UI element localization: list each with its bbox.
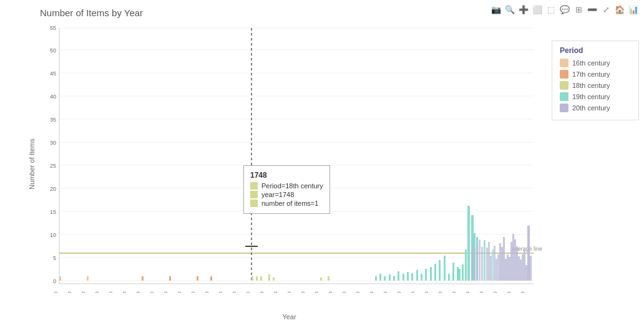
select-icon[interactable]: ⬜	[532, 4, 543, 15]
legend-swatch-19c	[560, 92, 568, 101]
svg-rect-111	[499, 243, 501, 281]
legend-item-19c: 19th century	[560, 92, 631, 101]
svg-rect-131	[210, 276, 212, 281]
svg-rect-99	[474, 249, 476, 281]
camera-icon[interactable]: 📷	[490, 4, 502, 15]
svg-rect-67	[260, 276, 262, 281]
resize-icon[interactable]: ⤢	[600, 4, 612, 15]
legend-item-17c: 17th century	[560, 70, 631, 79]
svg-text:1650: 1650	[122, 292, 127, 293]
svg-rect-89	[452, 263, 454, 281]
svg-rect-70	[320, 277, 322, 281]
svg-rect-117	[510, 242, 512, 281]
svg-rect-113	[503, 237, 505, 281]
svg-rect-75	[389, 274, 391, 281]
svg-rect-87	[444, 256, 446, 281]
svg-text:50: 50	[50, 47, 56, 54]
svg-rect-123	[522, 254, 524, 281]
svg-rect-114	[505, 259, 507, 281]
home-icon[interactable]: 🏠	[614, 4, 625, 15]
svg-text:1910: 1910	[479, 292, 484, 293]
svg-text:1740: 1740	[245, 292, 251, 293]
svg-rect-71	[328, 276, 329, 281]
svg-rect-122	[520, 259, 522, 281]
svg-rect-133	[87, 276, 89, 281]
svg-rect-90	[457, 267, 459, 281]
svg-rect-126	[527, 226, 530, 281]
svg-text:1900: 1900	[465, 292, 471, 293]
svg-rect-65	[251, 276, 253, 281]
add-rect-icon[interactable]: ⊞	[573, 4, 584, 15]
svg-text:1780: 1780	[300, 292, 306, 293]
svg-rect-127	[530, 256, 532, 281]
svg-rect-116	[509, 257, 510, 281]
svg-text:55: 55	[50, 25, 56, 31]
svg-text:1890: 1890	[451, 292, 457, 293]
svg-rect-81	[416, 270, 418, 281]
lasso-icon[interactable]: ⬚	[545, 4, 557, 15]
svg-rect-119	[514, 239, 516, 281]
svg-rect-121	[518, 256, 520, 281]
svg-rect-104	[486, 248, 488, 281]
toolbar: 📷 🔍 ➕ ⬜ ⬚ 💬 ⊞ ➖ ⤢ 🏠 📊	[490, 4, 639, 15]
svg-rect-112	[501, 247, 503, 281]
svg-rect-72	[375, 276, 377, 281]
svg-text:1660: 1660	[135, 292, 141, 293]
svg-text:1640: 1640	[108, 292, 114, 293]
svg-text:1750: 1750	[259, 292, 265, 293]
svg-text:1940: 1940	[520, 292, 525, 293]
svg-rect-76	[393, 276, 395, 281]
svg-text:1860: 1860	[410, 292, 416, 293]
svg-rect-118	[512, 234, 514, 281]
svg-text:1610: 1610	[67, 292, 72, 293]
legend-swatch-18c	[560, 81, 568, 90]
svg-rect-83	[425, 269, 427, 281]
svg-text:1920: 1920	[492, 292, 498, 293]
minus-icon[interactable]: ➖	[587, 4, 598, 15]
svg-rect-130	[197, 276, 198, 281]
svg-rect-125	[525, 265, 527, 281]
legend-label-19c: 19th century	[572, 93, 610, 100]
svg-rect-84	[430, 267, 432, 281]
svg-rect-93	[465, 249, 467, 281]
svg-text:1620: 1620	[80, 292, 86, 293]
zoom-icon[interactable]: 🔍	[504, 4, 515, 15]
svg-rect-110	[497, 254, 499, 281]
svg-rect-105	[488, 242, 490, 281]
svg-text:1760: 1760	[273, 292, 278, 293]
svg-text:15: 15	[50, 209, 56, 215]
svg-text:1840: 1840	[383, 292, 388, 293]
svg-rect-86	[439, 260, 441, 281]
svg-rect-115	[507, 254, 509, 281]
svg-text:1720: 1720	[218, 292, 223, 293]
svg-text:1880: 1880	[437, 292, 443, 293]
svg-text:1690: 1690	[177, 292, 182, 293]
svg-text:1830: 1830	[369, 292, 374, 293]
legend-label-17c: 17th century	[572, 70, 610, 78]
speech-icon[interactable]: 💬	[559, 4, 570, 15]
svg-text:1670: 1670	[149, 292, 155, 293]
bar-chart-icon[interactable]: 📊	[628, 4, 639, 15]
svg-text:30: 30	[50, 140, 56, 146]
svg-text:20: 20	[50, 186, 56, 192]
svg-rect-78	[402, 274, 404, 281]
svg-text:1680: 1680	[163, 292, 168, 293]
svg-text:25: 25	[50, 163, 56, 169]
svg-rect-108	[494, 246, 495, 281]
x-axis-label: Year	[34, 313, 544, 321]
svg-text:5: 5	[53, 255, 56, 261]
svg-text:1810: 1810	[341, 292, 347, 293]
svg-rect-102	[481, 247, 483, 281]
svg-rect-79	[407, 272, 409, 281]
svg-text:35: 35	[50, 117, 56, 123]
svg-rect-82	[421, 274, 422, 281]
svg-text:40: 40	[50, 94, 56, 100]
plus-icon[interactable]: ➕	[518, 4, 529, 15]
svg-rect-69	[273, 277, 275, 281]
svg-rect-74	[384, 276, 386, 281]
svg-rect-66	[256, 276, 258, 281]
legend-swatch-20c	[560, 104, 568, 112]
svg-text:1870: 1870	[424, 292, 429, 293]
legend-swatch-17c	[560, 70, 568, 79]
svg-text:1930: 1930	[506, 292, 512, 293]
